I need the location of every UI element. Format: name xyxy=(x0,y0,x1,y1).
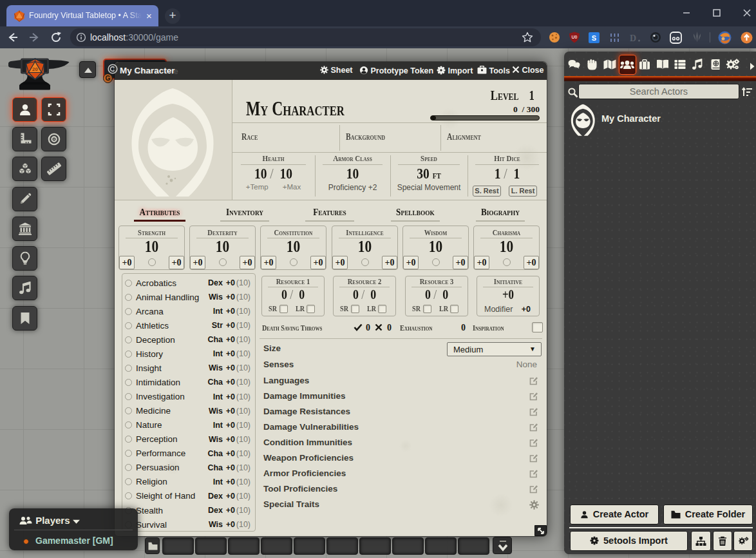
svg-text:D: D xyxy=(630,34,636,43)
svg-text:S: S xyxy=(592,34,596,42)
svg-text:U0: U0 xyxy=(572,35,578,39)
svg-text:20: 20 xyxy=(32,66,38,72)
